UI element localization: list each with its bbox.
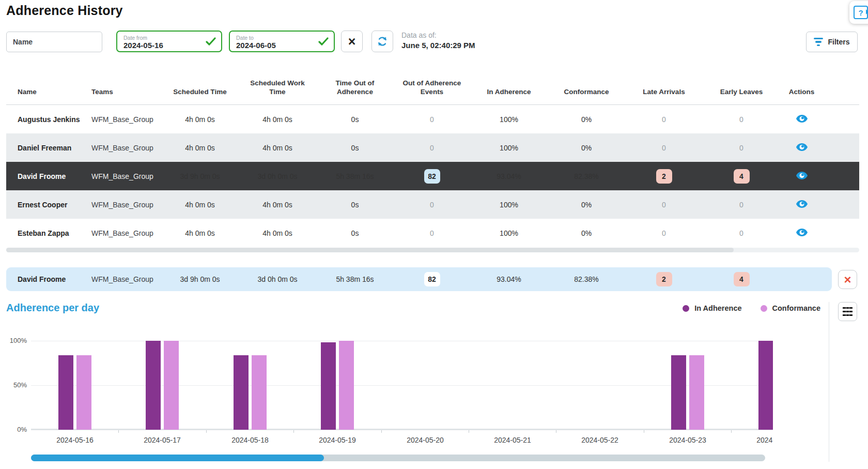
in_adherence: 100% (500, 201, 518, 209)
in_adherence: 93.04% (497, 172, 521, 180)
y-axis-tick-label: 100% (0, 337, 27, 344)
table-row[interactable]: Daniel FreemanWFM_Base_Group4h 0m 0s4h 0… (6, 133, 859, 162)
out_of_adherence_events: 82 (424, 169, 440, 184)
time_out_of_adherence: 5h 38m 16s (336, 172, 374, 180)
view-details-button[interactable] (796, 229, 808, 236)
help-button[interactable]: ? (849, 1, 868, 24)
cell-actions (780, 219, 823, 247)
column-header[interactable]: Scheduled Time (161, 66, 239, 105)
column-header[interactable]: Late Arrivals (625, 66, 703, 105)
view-details-button[interactable] (796, 143, 808, 151)
clear-dates-button[interactable]: × (341, 31, 363, 52)
summary-cell-out_of_adherence_events: 82 (394, 267, 470, 291)
view-details-button[interactable] (796, 172, 808, 179)
cell-name: Esteban Zappa (6, 219, 86, 247)
date-to-field[interactable]: Date to 2024-06-05 (229, 31, 335, 52)
cell-time_out_of_adherence: 0s (316, 219, 394, 247)
column-header[interactable]: Conformance (548, 66, 625, 105)
cell-late_arrivals: 0 (625, 133, 703, 162)
cell-scheduled_time: 3d 9h 0m 0s (161, 162, 239, 190)
cell-in_adherence: 100% (470, 219, 548, 247)
bars-area (31, 341, 773, 430)
cell-scheduled_work_time: 4h 0m 0s (239, 105, 316, 134)
cell-early_leaves: 0 (703, 190, 780, 219)
in-adherence-bar-2024-05-24 (758, 341, 773, 430)
cell-time_out_of_adherence: 0s (316, 190, 394, 219)
filters-button[interactable]: Filters (806, 32, 858, 52)
cell-actions (780, 190, 823, 219)
conformance: 82.38% (574, 275, 598, 283)
early_leaves: 0 (739, 229, 743, 237)
column-header[interactable]: Scheduled Work Time (239, 66, 316, 105)
close-icon: × (844, 274, 851, 286)
in_adherence: 100% (500, 229, 518, 237)
legend-item-in-adherence[interactable]: In Adherence (683, 304, 741, 312)
valid-check-icon (318, 37, 329, 46)
column-header[interactable]: In Adherence (470, 66, 548, 105)
date-to-label: Date to (236, 35, 318, 41)
column-header[interactable]: Time Out of Adherence (316, 66, 394, 105)
table-row[interactable]: Augustus JenkinsWFM_Base_Group4h 0m 0s4h… (6, 105, 859, 134)
chart-title: Adherence per day (6, 302, 99, 314)
view-details-button[interactable] (796, 115, 808, 123)
scheduled_time: 3d 9h 0m 0s (180, 172, 220, 180)
date-from-field[interactable]: Date from 2024-05-16 (116, 31, 222, 52)
cell-scheduled_work_time: 4h 0m 0s (239, 190, 316, 219)
column-header[interactable]: Name (6, 66, 86, 105)
chart-horizontal-scrollbar[interactable] (31, 455, 765, 461)
eye-icon (796, 143, 808, 151)
name: Ernest Cooper (18, 201, 67, 209)
eye-icon (796, 172, 808, 179)
legend-label: Conformance (772, 304, 820, 312)
cell-scheduled_work_time: 4h 0m 0s (239, 133, 316, 162)
axis-tick (381, 430, 382, 433)
scheduled_work_time: 4h 0m 0s (262, 115, 292, 124)
table-row[interactable]: Ernest CooperWFM_Base_Group4h 0m 0s4h 0m… (6, 190, 859, 219)
teams: WFM_Base_Group (91, 275, 153, 283)
column-header[interactable]: Teams (86, 66, 161, 105)
teams: WFM_Base_Group (91, 144, 153, 152)
summary-cell-early_leaves: 4 (703, 267, 780, 291)
x-axis-tick-label: 2024-05-23 (654, 436, 721, 444)
row-spacer (823, 105, 859, 134)
late_arrivals: 2 (656, 169, 672, 184)
table-horizontal-scrollbar[interactable] (6, 248, 859, 252)
table-row[interactable]: Esteban ZappaWFM_Base_Group4h 0m 0s4h 0m… (6, 219, 859, 247)
early_leaves: 4 (734, 169, 750, 184)
chart-legend: In AdherenceConformance (599, 304, 820, 312)
table-row[interactable]: David FroomeWFM_Base_Group3d 9h 0m 0s3d … (6, 162, 859, 190)
teams: WFM_Base_Group (91, 201, 153, 209)
column-header[interactable]: Early Leaves (703, 66, 780, 105)
legend-dot (761, 305, 767, 312)
cell-conformance: 0% (548, 133, 625, 162)
summary-cell-in_adherence: 93.04% (470, 267, 548, 291)
legend-item-conformance[interactable]: Conformance (761, 304, 820, 312)
cell-scheduled_time: 4h 0m 0s (161, 219, 239, 247)
valid-check-icon (206, 37, 216, 46)
data-as-of: Data as of: June 5, 02:40:29 PM (401, 31, 475, 50)
table-scrollbar-thumb[interactable] (6, 248, 734, 252)
summary-cell-teams: WFM_Base_Group (86, 267, 161, 291)
refresh-button[interactable] (371, 31, 393, 52)
column-header[interactable]: Actions (780, 66, 823, 105)
cell-time_out_of_adherence: 5h 38m 16s (316, 162, 394, 190)
filters-button-label: Filters (828, 38, 849, 46)
chart-options-button[interactable] (838, 302, 857, 321)
late_arrivals: 0 (662, 144, 666, 152)
adherence-table: NameTeamsScheduled TimeScheduled Work Ti… (6, 66, 859, 247)
summary-close-button[interactable]: × (838, 270, 857, 289)
cell-name: Ernest Cooper (6, 190, 86, 219)
help-icon: ? (854, 6, 868, 19)
x-axis-tick-label: 2024-05-22 (566, 436, 633, 444)
view-details-button[interactable] (796, 200, 808, 208)
chart-scrollbar-thumb[interactable] (31, 455, 324, 461)
in-adherence-bar-2024-05-17 (146, 341, 161, 430)
summary-spacer (780, 267, 832, 291)
conformance: 0% (581, 229, 592, 237)
name-filter-input[interactable] (6, 32, 102, 52)
column-header[interactable]: Out of Adherence Events (394, 66, 470, 105)
cell-out_of_adherence_events: 0 (394, 133, 470, 162)
cell-teams: WFM_Base_Group (86, 219, 161, 247)
conformance-bar-2024-05-16 (76, 355, 91, 430)
scheduled_work_time: 4h 0m 0s (262, 144, 292, 152)
